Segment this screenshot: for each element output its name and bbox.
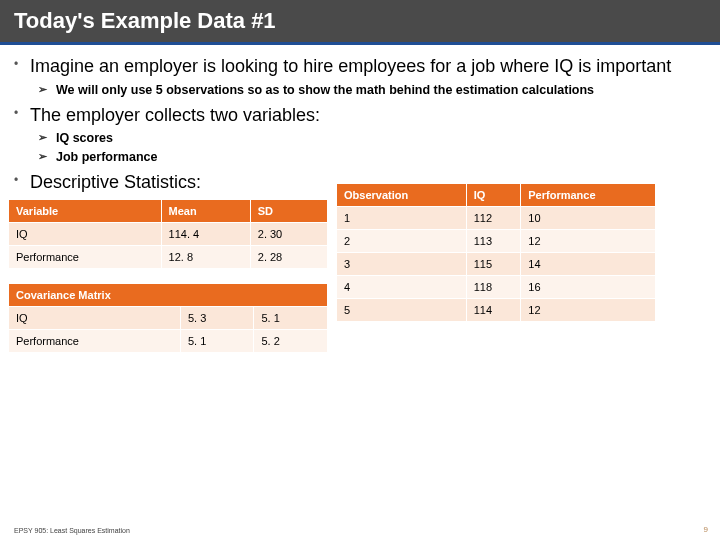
cell: 16 [521, 275, 656, 298]
obs-th-iq: IQ [466, 183, 521, 206]
bullet-2-sub-1: IQ scores [30, 130, 712, 146]
covariance-matrix-table: Covariance Matrix IQ 5. 3 5. 1 Performan… [8, 283, 328, 353]
cell: 2 [337, 229, 467, 252]
cell: Performance [9, 330, 181, 353]
cell: 5. 1 [254, 307, 328, 330]
cell: 113 [466, 229, 521, 252]
desc-th-sd: SD [250, 200, 327, 223]
slide-title: Today's Example Data #1 [0, 0, 720, 45]
cell: 118 [466, 275, 521, 298]
cell: 2. 30 [250, 223, 327, 246]
obs-th-observation: Observation [337, 183, 467, 206]
cell: 2. 28 [250, 246, 327, 269]
slide-body: Imagine an employer is looking to hire e… [0, 45, 720, 353]
cell: 4 [337, 275, 467, 298]
cell: 14 [521, 252, 656, 275]
cell: 12 [521, 229, 656, 252]
cell: IQ [9, 307, 181, 330]
cov-title: Covariance Matrix [9, 284, 328, 307]
table-row: 4 118 16 [337, 275, 656, 298]
cell: 114 [466, 298, 521, 321]
obs-th-performance: Performance [521, 183, 656, 206]
left-column: Descriptive Statistics: Variable Mean SD… [8, 171, 328, 354]
bullet-2-text: The employer collects two variables: [30, 104, 712, 127]
table-row: IQ 114. 4 2. 30 [9, 223, 328, 246]
right-column: Observation IQ Performance 1 112 10 2 11… [336, 171, 656, 354]
table-row: IQ 5. 3 5. 1 [9, 307, 328, 330]
bullet-1-sub-1: We will only use 5 observations so as to… [30, 82, 712, 98]
cell: 5. 2 [254, 330, 328, 353]
cell: 10 [521, 206, 656, 229]
bullet-2: The employer collects two variables: IQ … [8, 104, 712, 165]
cell: 5. 1 [180, 330, 254, 353]
table-row: Performance 12. 8 2. 28 [9, 246, 328, 269]
table-row: 3 115 14 [337, 252, 656, 275]
table-row: 2 113 12 [337, 229, 656, 252]
observations-table: Observation IQ Performance 1 112 10 2 11… [336, 183, 656, 322]
cell: 1 [337, 206, 467, 229]
slide-number: 9 [704, 525, 708, 534]
cell: IQ [9, 223, 162, 246]
cell: 12. 8 [161, 246, 250, 269]
table-row: 5 114 12 [337, 298, 656, 321]
descriptive-stats-table: Variable Mean SD IQ 114. 4 2. 30 Perform… [8, 199, 328, 269]
cell: 5 [337, 298, 467, 321]
cell: Performance [9, 246, 162, 269]
table-row: Performance 5. 1 5. 2 [9, 330, 328, 353]
bullet-3-text: Descriptive Statistics: [30, 171, 328, 194]
desc-th-mean: Mean [161, 200, 250, 223]
cell: 114. 4 [161, 223, 250, 246]
bullet-1-text: Imagine an employer is looking to hire e… [30, 55, 712, 78]
cell: 5. 3 [180, 307, 254, 330]
bullet-3: Descriptive Statistics: [8, 171, 328, 194]
desc-th-variable: Variable [9, 200, 162, 223]
cell: 112 [466, 206, 521, 229]
cell: 3 [337, 252, 467, 275]
cell: 12 [521, 298, 656, 321]
bullet-1: Imagine an employer is looking to hire e… [8, 55, 712, 98]
bullet-2-sub-2: Job performance [30, 149, 712, 165]
cell: 115 [466, 252, 521, 275]
table-row: 1 112 10 [337, 206, 656, 229]
footer-course: EPSY 905: Least Squares Estimation [14, 527, 130, 534]
